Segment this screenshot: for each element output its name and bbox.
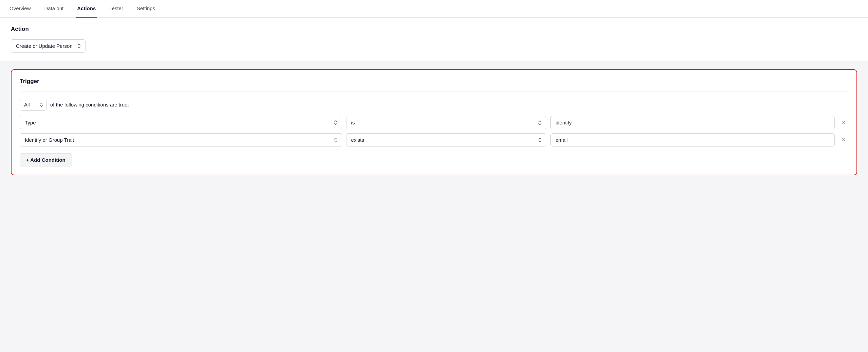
condition-row: TypeIdentify or Group TraitEvent Nameisi… <box>20 116 848 129</box>
action-title: Action <box>11 26 857 33</box>
action-select[interactable]: Create or Update PersonTrack EventDelete… <box>11 39 86 53</box>
condition-operator-select-0[interactable]: isis notcontainsexists <box>346 116 547 129</box>
conditions-container: TypeIdentify or Group TraitEvent Nameisi… <box>20 116 848 146</box>
quantifier-select[interactable]: AllAny <box>20 99 47 111</box>
trigger-divider <box>20 92 848 92</box>
action-section: Action Create or Update PersonTrack Even… <box>0 18 868 61</box>
tab-overview[interactable]: Overview <box>8 0 32 18</box>
tab-bar: OverviewData outActionsTesterSettings <box>0 0 868 18</box>
tab-settings[interactable]: Settings <box>135 0 156 18</box>
condition-field-select-0[interactable]: TypeIdentify or Group TraitEvent Name <box>20 116 342 129</box>
add-condition-button[interactable]: + Add Condition <box>20 153 72 167</box>
remove-condition-button-0[interactable]: × <box>839 118 848 128</box>
trigger-section: Trigger AllAny of the following conditio… <box>11 69 857 175</box>
condition-value-input-1[interactable] <box>550 133 835 146</box>
condition-row: TypeIdentify or Group TraitEvent Nameisi… <box>20 133 848 146</box>
tab-data-out[interactable]: Data out <box>43 0 65 18</box>
tab-tester[interactable]: Tester <box>108 0 125 18</box>
condition-value-input-0[interactable] <box>550 116 835 129</box>
condition-field-select-1[interactable]: TypeIdentify or Group TraitEvent Name <box>20 133 342 146</box>
tab-actions[interactable]: Actions <box>76 0 97 18</box>
conditions-text: of the following conditions are true: <box>50 102 129 107</box>
trigger-title: Trigger <box>20 78 848 85</box>
conditions-header: AllAny of the following conditions are t… <box>20 99 848 111</box>
condition-operator-select-1[interactable]: isis notcontainsexists <box>346 133 547 146</box>
remove-condition-button-1[interactable]: × <box>839 135 848 145</box>
